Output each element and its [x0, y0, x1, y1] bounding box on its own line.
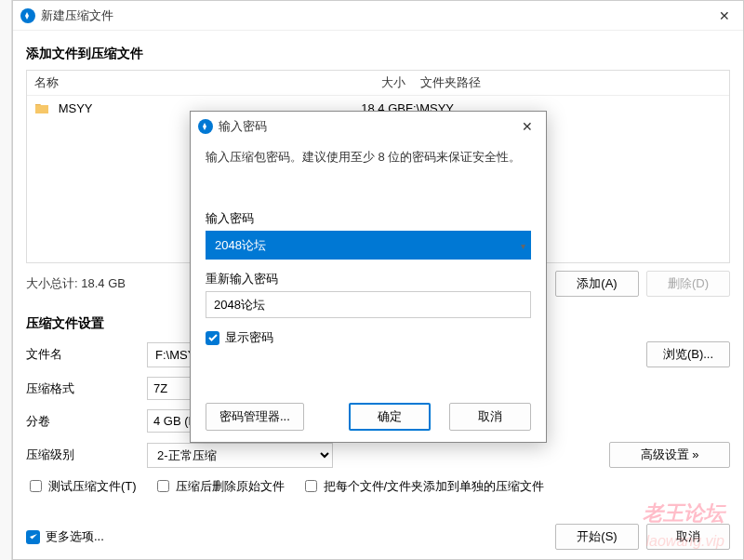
- add-button[interactable]: 添加(A): [555, 271, 639, 297]
- modal-cancel-button[interactable]: 取消: [449, 403, 531, 431]
- app-icon: [198, 119, 213, 134]
- modal-hint: 输入压缩包密码。建议使用至少 8 位的密码来保证安全性。: [206, 149, 531, 166]
- show-password-toggle[interactable]: 显示密码: [206, 329, 531, 346]
- file-list-header: 名称 大小 文件夹路径: [27, 71, 729, 96]
- options-row: 测试压缩文件(T) 压缩后删除原始文件 把每个文件/文件夹添加到单独的压缩文件: [26, 477, 730, 495]
- password-input[interactable]: [206, 231, 531, 260]
- cancel-button[interactable]: 取消: [646, 524, 730, 550]
- format-label: 压缩格式: [26, 380, 147, 397]
- checkmark-icon: [206, 331, 219, 345]
- row-name: MSYY: [59, 101, 93, 115]
- window-title: 新建压缩文件: [41, 7, 706, 24]
- main-titlebar: 新建压缩文件 ✕: [13, 1, 743, 31]
- folder-icon: [34, 101, 49, 114]
- col-path[interactable]: 文件夹路径: [413, 71, 729, 95]
- filename-label: 文件名: [26, 346, 147, 363]
- level-select[interactable]: 2-正常压缩: [147, 443, 333, 468]
- modal-titlebar: 输入密码 ✕: [191, 112, 546, 141]
- ok-button[interactable]: 确定: [349, 403, 431, 431]
- close-icon[interactable]: ✕: [706, 1, 743, 31]
- total-size: 大小总计: 18.4 GB: [26, 275, 126, 292]
- main-footer: 更多选项... 开始(S) 取消: [26, 524, 730, 550]
- checkmark-icon: [26, 530, 40, 544]
- volume-label: 分卷: [26, 413, 147, 430]
- password-confirm-label: 重新输入密码: [206, 271, 531, 287]
- check-separate[interactable]: 把每个文件/文件夹添加到单独的压缩文件: [301, 477, 545, 495]
- delete-button: 删除(D): [646, 271, 730, 297]
- col-size[interactable]: 大小: [339, 71, 413, 95]
- password-manager-button[interactable]: 密码管理器...: [206, 403, 304, 431]
- browse-button[interactable]: 浏览(B)...: [646, 341, 730, 367]
- app-icon: [20, 8, 35, 23]
- password-label: 输入密码: [206, 210, 531, 227]
- check-test[interactable]: 测试压缩文件(T): [26, 477, 137, 495]
- level-label: 压缩级别: [26, 447, 147, 463]
- col-name[interactable]: 名称: [27, 71, 339, 95]
- add-files-label: 添加文件到压缩文件: [26, 46, 730, 62]
- modal-title: 输入密码: [219, 118, 509, 135]
- password-confirm-input[interactable]: [206, 291, 531, 318]
- modal-close-icon[interactable]: ✕: [509, 112, 546, 141]
- check-delete-after[interactable]: 压缩后删除原始文件: [153, 477, 285, 495]
- modal-footer: 密码管理器... 确定 取消: [206, 403, 531, 431]
- password-dialog: 输入密码 ✕ 输入压缩包密码。建议使用至少 8 位的密码来保证安全性。 输入密码…: [190, 111, 547, 443]
- app-sidebar-stub: [0, 0, 12, 560]
- more-options-toggle[interactable]: 更多选项...: [26, 528, 104, 545]
- start-button[interactable]: 开始(S): [555, 524, 639, 550]
- advanced-button[interactable]: 高级设置 »: [609, 442, 730, 468]
